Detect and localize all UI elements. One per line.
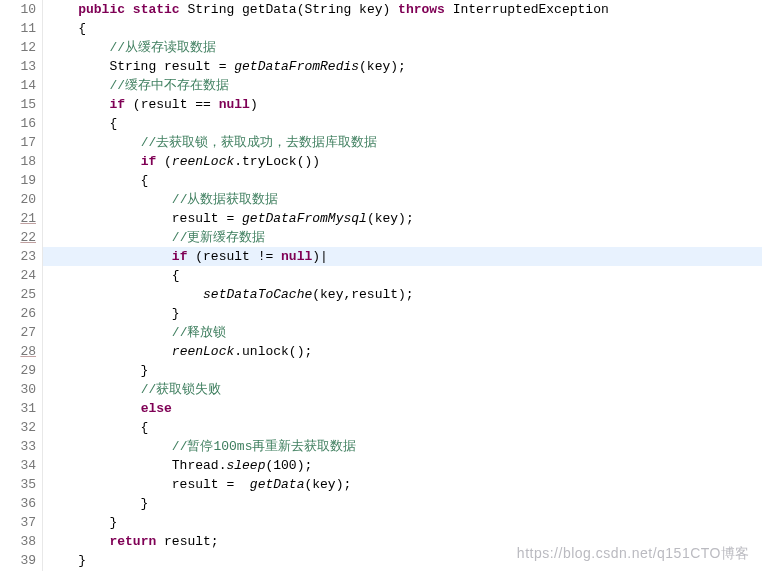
token-method: sleep [226,458,265,473]
token-plain: (key); [304,477,351,492]
code-line: { [43,418,762,437]
token-plain [47,2,78,17]
line-number: 18 [0,152,36,171]
token-plain: (key,result); [312,287,413,302]
code-line: //去获取锁，获取成功，去数据库取数据 [43,133,762,152]
line-number: 30 [0,380,36,399]
line-number: 21 [0,209,36,228]
token-plain: (result != [187,249,281,264]
token-plain: } [47,515,117,530]
token-plain [47,439,172,454]
code-line: //缓存中不存在数据 [43,76,762,95]
token-plain: (100); [265,458,312,473]
line-number: 37 [0,513,36,532]
token-plain [47,192,172,207]
token-comment: //释放锁 [172,325,227,340]
line-number: 24 [0,266,36,285]
line-number-gutter: 1011121314151617181920212223242526272829… [0,0,43,571]
line-number: 16 [0,114,36,133]
token-plain: (key); [359,59,406,74]
line-number: 17 [0,133,36,152]
code-line: } [43,361,762,380]
token-plain: String result = [47,59,234,74]
token-plain: ) [250,97,258,112]
line-number: 33 [0,437,36,456]
token-kw: if [141,154,157,169]
token-kw: if [172,249,188,264]
token-plain [47,97,109,112]
token-plain [47,287,203,302]
token-plain [47,230,172,245]
token-method: reenLock [172,344,234,359]
line-number: 35 [0,475,36,494]
code-line: { [43,171,762,190]
code-line: if (result == null) [43,95,762,114]
token-plain [47,344,172,359]
code-line: //从缓存读取数据 [43,38,762,57]
token-plain: (result == [125,97,219,112]
line-number: 38 [0,532,36,551]
code-editor: 1011121314151617181920212223242526272829… [0,0,762,571]
line-number: 39 [0,551,36,570]
token-comment: //更新缓存数据 [172,230,266,245]
line-number: 26 [0,304,36,323]
code-line: //获取锁失败 [43,380,762,399]
token-plain: InterruptedException [445,2,609,17]
token-plain [47,534,109,549]
code-line: } [43,513,762,532]
token-kw: public [78,2,125,17]
line-number: 25 [0,285,36,304]
line-number: 28 [0,342,36,361]
token-plain: .tryLock()) [234,154,320,169]
token-method: reenLock [172,154,234,169]
code-line: { [43,19,762,38]
line-number: 29 [0,361,36,380]
token-plain [47,401,141,416]
token-plain: { [47,420,148,435]
token-plain: .unlock(); [234,344,312,359]
code-line: if (reenLock.tryLock()) [43,152,762,171]
token-kw: static [133,2,180,17]
token-plain: result = [47,477,250,492]
token-comment: //去获取锁，获取成功，去数据库取数据 [141,135,378,150]
token-plain [47,325,172,340]
token-plain [47,78,109,93]
token-plain: } [47,553,86,568]
token-plain [125,2,133,17]
token-plain [47,382,141,397]
line-number: 11 [0,19,36,38]
token-plain [47,249,172,264]
token-kw: null [219,97,250,112]
token-comment: //缓存中不存在数据 [109,78,229,93]
code-area: public static String getData(String key)… [43,0,762,571]
token-plain [47,154,141,169]
code-line: //更新缓存数据 [43,228,762,247]
line-number: 36 [0,494,36,513]
token-plain: Thread. [47,458,226,473]
token-plain: { [47,173,148,188]
token-plain: } [47,496,148,511]
token-plain: { [47,116,117,131]
code-line: //从数据获取数据 [43,190,762,209]
token-method: getDataFromRedis [234,59,359,74]
code-line: { [43,114,762,133]
code-line: if (result != null)| [43,247,762,266]
token-kw: if [109,97,125,112]
line-number: 12 [0,38,36,57]
line-number: 14 [0,76,36,95]
code-line: Thread.sleep(100); [43,456,762,475]
token-plain: { [47,21,86,36]
token-plain [47,40,109,55]
token-kw: null [281,249,312,264]
token-plain: (key); [367,211,414,226]
code-line: public static String getData(String key)… [43,0,762,19]
token-method: getData [250,477,305,492]
code-line: String result = getDataFromRedis(key); [43,57,762,76]
line-number: 10 [0,0,36,19]
token-comment: //从数据获取数据 [172,192,279,207]
token-comment: //暂停100ms再重新去获取数据 [172,439,357,454]
line-number: 13 [0,57,36,76]
line-number: 23 [0,247,36,266]
token-plain: result; [156,534,218,549]
token-method: setDataToCache [203,287,312,302]
